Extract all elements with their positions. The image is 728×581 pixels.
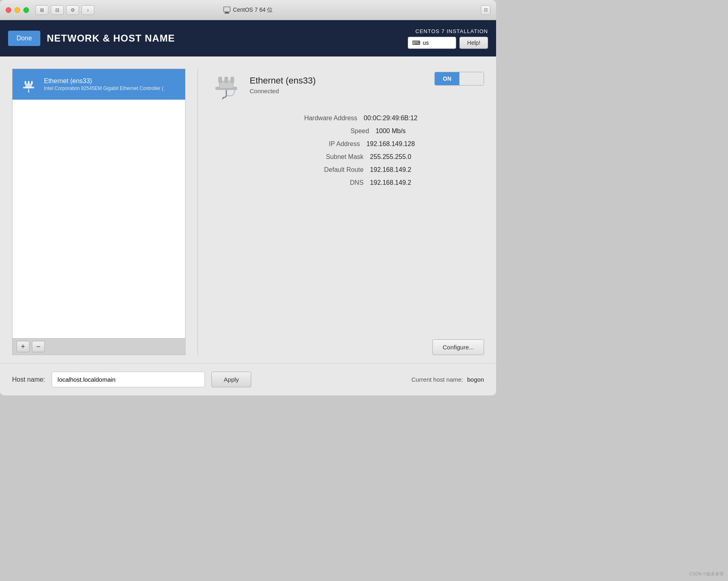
detail-row-subnet: Subnet Mask 255.255.255.0 <box>210 153 484 161</box>
panel-divider <box>198 69 198 355</box>
lang-input[interactable]: ⌨ us <box>408 37 456 49</box>
svg-rect-0 <box>224 7 230 12</box>
done-button[interactable]: Done <box>8 31 40 46</box>
vm-icon <box>223 6 231 14</box>
current-hostname-wrapper: Current host name: bogon <box>411 376 484 383</box>
dns-value: 192.168.149.2 <box>370 179 411 186</box>
svg-rect-1 <box>225 12 229 13</box>
device-title: Ethernet (ens33) Connected <box>250 75 316 94</box>
titlebar-title: CentOS 7 64 位 <box>223 6 273 14</box>
page-title: NETWORK & HOST NAME <box>47 33 175 44</box>
remove-network-button[interactable]: − <box>32 341 45 352</box>
device-info: Ethernet (ens33) Connected <box>210 69 316 101</box>
left-panel: Ethernet (ens33) Intel Corporation 82545… <box>12 69 186 355</box>
svg-rect-2 <box>225 13 229 14</box>
host-name-label: Host name: <box>12 376 45 383</box>
header: Done NETWORK & HOST NAME CENTOS 7 INSTAL… <box>0 20 496 56</box>
speed-label: Speed <box>288 127 369 135</box>
ip-address-label: IP Address <box>279 140 360 148</box>
forward-button[interactable]: › <box>81 5 94 15</box>
header-left: Done NETWORK & HOST NAME <box>8 31 175 46</box>
hardware-address-value: 00:0C:29:49:6B:12 <box>364 115 417 122</box>
svg-rect-6 <box>28 81 29 84</box>
grid-view-button[interactable]: ⊞ <box>35 5 48 15</box>
list-view-button[interactable]: ⊟ <box>51 5 64 15</box>
svg-rect-5 <box>25 81 26 84</box>
network-item-info: Ethernet (ens33) Intel Corporation 82545… <box>44 77 163 91</box>
lang-input-wrapper: ⌨ us Help! <box>408 37 488 49</box>
current-hostname-value: bogon <box>467 376 484 383</box>
svg-point-8 <box>28 91 29 92</box>
default-route-value: 192.168.149.2 <box>370 166 411 173</box>
dns-label: DNS <box>283 179 363 186</box>
hardware-address-label: Hardware Address <box>277 115 357 122</box>
apply-button[interactable]: Apply <box>211 372 252 387</box>
svg-rect-7 <box>31 81 33 84</box>
configure-button[interactable]: Configure... <box>432 339 484 355</box>
detail-row-dns: DNS 192.168.149.2 <box>210 179 484 186</box>
restore-button[interactable]: ⊡ <box>481 5 490 15</box>
network-item-icon <box>19 75 38 94</box>
header-right: CENTOS 7 INSTALLATION ⌨ us Help! <box>408 28 488 49</box>
titlebar-right: ⊡ <box>481 5 490 15</box>
footer: Host name: Apply Current host name: bogo… <box>0 363 496 395</box>
detail-row-ip: IP Address 192.168.149.128 <box>210 140 484 148</box>
toggle-on-button[interactable]: ON <box>435 72 459 85</box>
device-name: Ethernet (ens33) <box>250 75 316 86</box>
help-button[interactable]: Help! <box>459 37 488 49</box>
configure-wrapper: Configure... <box>210 327 484 355</box>
svg-rect-12 <box>225 77 228 83</box>
host-name-input[interactable] <box>52 372 205 387</box>
speed-value: 1000 Mb/s <box>375 127 406 135</box>
network-list: Ethernet (ens33) Intel Corporation 82545… <box>12 69 186 339</box>
detail-row-speed: Speed 1000 Mb/s <box>210 127 484 135</box>
device-status: Connected <box>250 88 316 94</box>
subnet-mask-label: Subnet Mask <box>283 153 363 161</box>
lang-value: us <box>423 40 429 46</box>
toggle-off-button[interactable] <box>459 72 484 85</box>
default-route-label: Default Route <box>283 166 363 173</box>
network-item-name: Ethernet (ens33) <box>44 77 163 85</box>
traffic-lights <box>6 7 29 13</box>
current-hostname-label: Current host name: <box>411 376 463 383</box>
close-button[interactable] <box>6 7 11 13</box>
network-list-item[interactable]: Ethernet (ens33) Intel Corporation 82545… <box>13 69 185 100</box>
device-ethernet-icon <box>211 69 242 100</box>
centos-installation-label: CENTOS 7 INSTALLATION <box>415 28 488 34</box>
ip-address-value: 192.168.149.128 <box>366 140 415 148</box>
main-content: Ethernet (ens33) Intel Corporation 82545… <box>0 56 496 363</box>
ethernet-icon <box>20 75 38 93</box>
list-toolbar: + − <box>12 339 186 355</box>
subnet-mask-value: 255.255.255.0 <box>370 153 411 161</box>
network-details: Hardware Address 00:0C:29:49:6B:12 Speed… <box>210 115 484 186</box>
titlebar: ⊞ ⊟ ⚙ › CentOS 7 64 位 ⊡ <box>0 0 496 20</box>
maximize-button[interactable] <box>23 7 29 13</box>
minimize-button[interactable] <box>15 7 20 13</box>
detail-row-hardware: Hardware Address 00:0C:29:49:6B:12 <box>210 115 484 122</box>
keyboard-icon: ⌨ <box>412 40 420 46</box>
right-panel: Ethernet (ens33) Connected ON Hardware A… <box>210 69 484 355</box>
window-title: CentOS 7 64 位 <box>233 6 273 14</box>
svg-rect-13 <box>231 77 234 83</box>
add-network-button[interactable]: + <box>17 341 29 352</box>
settings-button[interactable]: ⚙ <box>66 5 79 15</box>
titlebar-icons: ⊞ ⊟ ⚙ › <box>35 5 94 15</box>
svg-rect-11 <box>219 77 222 83</box>
device-header: Ethernet (ens33) Connected ON <box>210 69 484 101</box>
detail-row-route: Default Route 192.168.149.2 <box>210 166 484 173</box>
network-item-desc: Intel Corporation 82545EM Gigabit Ethern… <box>44 86 163 91</box>
device-icon-large <box>210 69 242 101</box>
toggle-wrapper: ON <box>434 72 484 86</box>
